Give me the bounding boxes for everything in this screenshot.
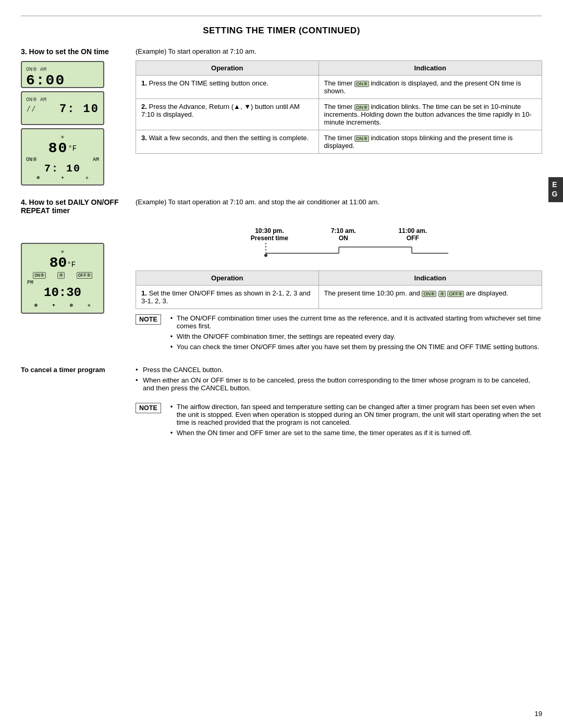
s4-off-icon: OFF⑨ xyxy=(447,291,464,297)
lcd2-value: 7: 10 xyxy=(59,103,99,116)
cancel-right: Press the CANCEL button. When either an … xyxy=(136,366,542,394)
tl-col-present-label: Present time xyxy=(251,235,288,242)
section4-row1-ind: The present time 10:30 pm. and ON⑨ ⑨ OFF… xyxy=(319,286,542,309)
lcd3-on-icon: ON⑨ xyxy=(26,156,37,163)
section4-left-heading: 4. How to set DAILY ON/OFF REPEAT timer xyxy=(21,198,136,217)
eg-tab: EG xyxy=(548,177,563,202)
cancel-bullet-2: When either an ON or OFF timer is to be … xyxy=(136,376,542,392)
section4-display-col: ✳ 80 °F ON⑨ ⑨ OFF⑨ PM 10:30 ⊛ ▾ ⊛ ✳ xyxy=(21,222,136,314)
on-icon-3: ON⑨ xyxy=(354,135,369,142)
step3-num: 3. xyxy=(141,134,147,142)
section3-row3-ind: The timer ON⑨ indication stops blinking … xyxy=(319,130,542,154)
table-row: 1. Set the timer ON/OFF times as shown i… xyxy=(136,286,542,309)
section4-note: NOTE The ON/OFF combination timer uses t… xyxy=(136,314,542,353)
lcd3-onlabel: ON⑨ AM xyxy=(26,156,99,163)
step1-num: 1. xyxy=(141,79,147,87)
top-border xyxy=(21,16,542,16)
table-row: 1. Press the ON TIME setting button once… xyxy=(136,76,542,99)
lcd4-unit: °F xyxy=(67,261,76,269)
display-group1: ON⑨ AM 6:00 ON⑨ AM ⁄⁄ 7: 10 ✳ xyxy=(21,61,136,186)
lcd2-label: ON⑨ AM xyxy=(26,96,46,103)
section3-col1-header: Operation xyxy=(136,61,319,76)
section3-row2-ind: The timer ON⑨ indication blinks. The tim… xyxy=(319,99,542,130)
lcd3-snowflake: ✳ xyxy=(26,133,99,140)
note-inner: NOTE The ON/OFF combination timer uses t… xyxy=(136,314,542,353)
section3-row2-op: 2. Press the Advance, Return (▲, ▼) butt… xyxy=(136,99,319,130)
lcd4-temp-row: 80 °F xyxy=(27,255,98,271)
lcd-display-3: ✳ 80 °F ON⑨ AM 7: 10 ⊛ ▾ ✳ xyxy=(21,128,104,186)
lcd4-off-icon: OFF⑨ xyxy=(77,272,92,279)
lcd3-unit: °F xyxy=(68,144,77,153)
cancel-section: To cancel a timer program Press the CANC… xyxy=(21,366,542,394)
svg-point-1 xyxy=(264,254,267,257)
table-row: 2. Press the Advance, Return (▲, ▼) butt… xyxy=(136,99,542,130)
cancel-bullets: Press the CANCEL button. When either an … xyxy=(136,366,542,392)
section4-content-row: ✳ 80 °F ON⑨ ⑨ OFF⑨ PM 10:30 ⊛ ▾ ⊛ ✳ xyxy=(21,222,542,353)
section3-heading: 3. How to set the ON time xyxy=(21,47,136,56)
lcd4-on-icon: ON⑨ xyxy=(33,272,46,279)
timeline-wrap: 10:30 pm. Present time 7:10 am. ON 11:00… xyxy=(229,227,448,262)
bottom-note-bullet-2: When the ON timer and OFF timer are set … xyxy=(169,429,542,437)
lcd4-cd-icon: ⑨ xyxy=(57,272,65,279)
timeline-container: 10:30 pm. Present time 7:10 am. ON 11:00… xyxy=(136,227,542,262)
step2-num: 2. xyxy=(141,103,147,110)
section4-heading-line2: REPEAT timer xyxy=(21,206,70,215)
lcd4-icon-b: ▾ xyxy=(52,302,56,309)
lcd1-label: ON⑨ AM xyxy=(26,66,46,72)
lcd3-icon-a: ⊛ xyxy=(36,175,40,181)
s4-on-icon: ON⑨ xyxy=(422,291,436,297)
lcd4-icon-c: ⊛ xyxy=(70,302,74,309)
timeline-cols: 10:30 pm. Present time 7:10 am. ON 11:00… xyxy=(229,227,448,242)
section4-row: 4. How to set DAILY ON/OFF REPEAT timer … xyxy=(21,198,542,217)
section3-row1-op: 1. Press the ON TIME setting button once… xyxy=(136,76,319,99)
s4-cd-icon: ⑨ xyxy=(438,291,446,297)
section4-heading: 4. How to set DAILY ON/OFF REPEAT timer xyxy=(21,198,136,215)
lcd4-time: 10:30 xyxy=(44,286,81,300)
lcd-display-4: ✳ 80 °F ON⑨ ⑨ OFF⑨ PM 10:30 ⊛ ▾ ⊛ ✳ xyxy=(21,243,104,314)
lcd4-icon-a: ⊛ xyxy=(34,302,38,309)
timeline-svg xyxy=(229,242,448,261)
note-bullet-1: The ON/OFF combination timer uses the cu… xyxy=(169,314,542,330)
section3-row: 3. How to set the ON time ON⑨ AM 6:00 ON… xyxy=(21,47,542,186)
section4-right-heading: (Example) To start operation at 7:10 am.… xyxy=(136,198,542,211)
lcd4-snowflake: ✳ xyxy=(27,248,98,255)
lcd4-time-row: 10:30 xyxy=(27,286,98,300)
cancel-bullet-1: Press the CANCEL button. xyxy=(136,366,542,374)
lcd4-bottom-icons: ⊛ ▾ ⊛ ✳ xyxy=(27,302,98,309)
section4-heading-line1: 4. How to set DAILY ON/OFF xyxy=(21,198,118,206)
lcd3-icon-b: ▾ xyxy=(61,175,64,181)
note-bullet-2: With the ON/OFF combination timer, the s… xyxy=(169,332,542,340)
section3-right: (Example) To start operation at 7:10 am.… xyxy=(136,47,542,154)
section4-col2-header: Indication xyxy=(319,271,542,286)
tl-col-present: 10:30 pm. Present time xyxy=(251,227,288,242)
cancel-label: To cancel a timer program xyxy=(21,366,136,374)
page-number: 19 xyxy=(535,710,542,718)
lcd4-icons-row: ON⑨ ⑨ OFF⑨ xyxy=(27,272,98,279)
note-label-1: NOTE xyxy=(136,314,165,325)
bottom-note-label: NOTE xyxy=(136,403,161,413)
tl-col-on: 7:10 am. ON xyxy=(331,227,356,242)
lcd3-am: AM xyxy=(93,157,99,163)
lcd3-icons-row: ⊛ ▾ ✳ xyxy=(26,175,99,181)
lcd3-temp: 80 xyxy=(48,140,68,156)
note-bullets-1: The ON/OFF combination timer uses the cu… xyxy=(169,314,542,353)
lcd4-icon-d: ✳ xyxy=(88,302,91,309)
lcd3-time: 7: 10 xyxy=(44,163,81,175)
section4-col1-header: Operation xyxy=(136,271,319,286)
tl-col-on-label: ON xyxy=(331,235,356,242)
section4-table: Operation Indication 1. Set the timer ON… xyxy=(136,270,542,309)
page-title: SETTING THE TIMER (CONTINUED) xyxy=(21,26,542,36)
section3-col2-header: Indication xyxy=(319,61,542,76)
bottom-note-content: The airflow direction, fan speed and tem… xyxy=(169,403,542,439)
lcd4-pm-label: PM xyxy=(27,280,98,286)
section3-row1-ind: The timer ON⑨ indication is displayed, a… xyxy=(319,76,542,99)
tl-col-present-time: 10:30 pm. xyxy=(251,227,288,235)
lcd4-temp: 80 xyxy=(50,255,67,271)
tl-col-off: 11:00 am. OFF xyxy=(398,227,427,242)
section4-right-content: 10:30 pm. Present time 7:10 am. ON 11:00… xyxy=(136,222,542,353)
section4-row1-op: 1. Set the timer ON/OFF times as shown i… xyxy=(136,286,319,309)
lcd2-lines: ⁄⁄ xyxy=(26,105,36,114)
section3-left: 3. How to set the ON time ON⑨ AM 6:00 ON… xyxy=(21,47,136,186)
tl-col-on-time: 7:10 am. xyxy=(331,227,356,235)
lcd1-value: 6:00 xyxy=(26,72,65,89)
